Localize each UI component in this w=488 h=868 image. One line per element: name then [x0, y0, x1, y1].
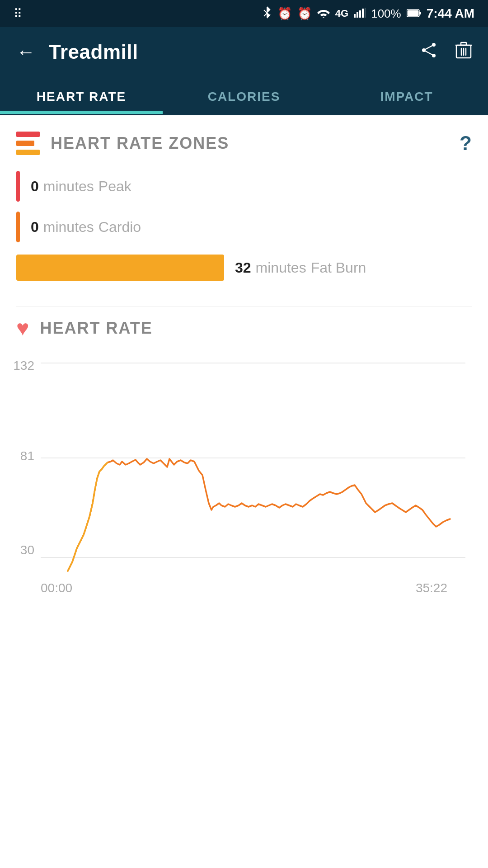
help-button[interactable]: ? — [460, 132, 472, 155]
y-label-132: 132 — [13, 359, 34, 373]
status-bar: ⠿ ⏰ ⏰ 4G 100% 7:44 AM — [0, 0, 488, 27]
heart-rate-chart-area: 132 81 30 — [0, 345, 488, 604]
tab-impact[interactable]: IMPACT — [325, 77, 488, 114]
svg-line-16 — [426, 46, 432, 49]
y-label-81: 81 — [20, 449, 34, 463]
zone-row-cardio: 0 minutes Cardio — [16, 211, 472, 243]
x-axis: 00:00 35:22 — [9, 577, 479, 595]
zone-row-peak: 0 minutes Peak — [16, 170, 472, 202]
header-actions — [420, 41, 472, 64]
delete-button[interactable] — [455, 41, 472, 64]
alarm2-icon: ⏰ — [297, 7, 312, 21]
svg-rect-8 — [362, 9, 364, 18]
fatburn-zone-text: 32 minutes Fat Burn — [235, 259, 366, 276]
signal-icon — [354, 7, 366, 21]
clock-display: 7:44 AM — [427, 6, 474, 21]
status-right-icons: ⏰ ⏰ 4G 100% 7:44 AM — [262, 6, 474, 22]
peak-zone-text: 0 minutes Peak — [31, 178, 131, 195]
cardio-zone-text: 0 minutes Cardio — [31, 219, 141, 236]
svg-line-0 — [264, 10, 267, 13]
zones-section-title: HEART RATE ZONES — [51, 134, 229, 153]
peak-indicator — [16, 171, 20, 202]
zone-rows: 0 minutes Peak 0 minutes Cardio 32 minut… — [0, 166, 488, 306]
svg-line-1 — [264, 13, 267, 16]
zones-icon — [16, 132, 40, 155]
back-button[interactable]: ← — [16, 41, 35, 63]
page-title: Treadmill — [49, 41, 420, 63]
svg-rect-6 — [357, 12, 358, 18]
hr-section-title: HEART RATE — [40, 319, 153, 338]
chart-svg-wrapper — [41, 349, 479, 577]
tab-calories[interactable]: CALORIES — [163, 77, 325, 114]
svg-rect-12 — [419, 12, 421, 14]
svg-rect-9 — [365, 8, 366, 18]
lte-icon: 4G — [335, 8, 348, 19]
wifi-icon — [317, 7, 330, 21]
y-label-30: 30 — [20, 543, 34, 557]
fatburn-bar — [16, 255, 224, 281]
battery-icon — [407, 7, 421, 21]
zones-section-header: HEART RATE ZONES ? — [0, 115, 488, 166]
y-axis: 132 81 30 — [9, 349, 41, 576]
x-label-end: 35:22 — [416, 581, 447, 595]
fatburn-bar-container — [16, 255, 224, 281]
status-left-icons: ⠿ — [14, 7, 22, 21]
battery-percent: 100% — [371, 7, 401, 21]
hr-section-header: ♥ HEART RATE — [0, 307, 488, 345]
svg-rect-20 — [461, 42, 466, 45]
tab-heart-rate[interactable]: HEART RATE — [0, 77, 163, 114]
x-label-start: 00:00 — [41, 581, 72, 595]
zone-row-fatburn: 32 minutes Fat Burn — [16, 252, 472, 283]
bluetooth-icon — [262, 6, 272, 22]
svg-rect-5 — [354, 14, 356, 18]
grid-icon: ⠿ — [14, 7, 22, 21]
cardio-indicator — [16, 212, 20, 242]
alarm-icon: ⏰ — [277, 7, 292, 21]
share-button[interactable] — [420, 42, 437, 63]
heart-icon: ♥ — [16, 316, 29, 340]
svg-rect-7 — [359, 10, 361, 18]
heart-rate-svg — [41, 349, 465, 576]
app-header: ← Treadmill — [0, 27, 488, 77]
chart-container: 132 81 30 — [9, 349, 479, 595]
tabs-bar: HEART RATE CALORIES IMPACT — [0, 77, 488, 115]
svg-line-17 — [426, 51, 432, 55]
main-content: HEART RATE ZONES ? 0 minutes Peak 0 minu… — [0, 115, 488, 604]
svg-rect-11 — [407, 10, 418, 16]
